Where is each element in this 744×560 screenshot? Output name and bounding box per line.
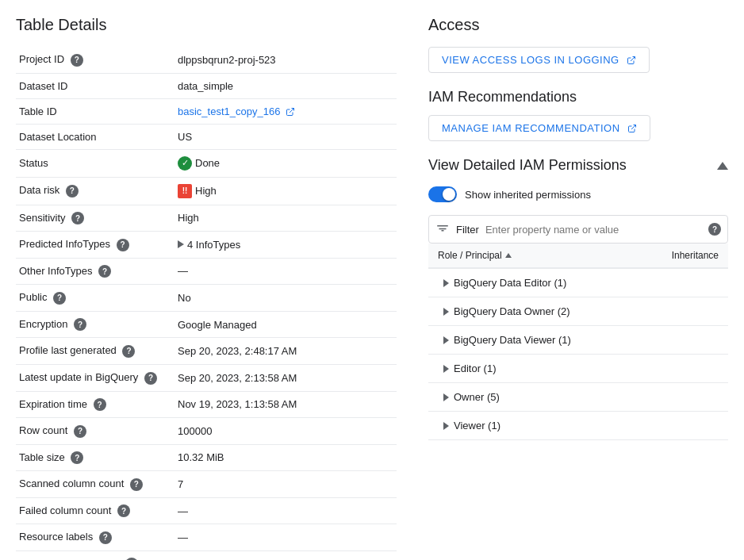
filter-help-icon: ? <box>705 223 721 236</box>
role-expand-icon <box>438 365 454 373</box>
role-list: BigQuery Data Editor (1) BigQuery Data O… <box>428 269 728 440</box>
expand-triangle-icon <box>178 240 184 248</box>
row-label: Other InfoTypes ? <box>16 258 174 285</box>
row-value: ✓ Done <box>174 149 397 177</box>
role-label: BigQuery Data Editor (1) <box>454 277 719 289</box>
col-inheritance: Inheritance <box>633 250 728 261</box>
row-value: — <box>174 497 397 524</box>
svg-line-0 <box>290 109 294 113</box>
help-icon[interactable]: ? <box>94 398 106 411</box>
chevron-up-icon <box>717 162 728 170</box>
row-label: Sensitivity ? <box>16 205 174 232</box>
filter-label: Filter <box>456 224 479 236</box>
risk-icon: !! <box>178 184 192 198</box>
external-link-icon <box>286 107 295 117</box>
table-row: Other InfoTypes ?— <box>16 258 397 285</box>
table-row: Encryption ?Google Managed <box>16 311 397 338</box>
filter-input[interactable] <box>485 224 699 236</box>
row-value[interactable]: basic_test1_copy_166 <box>174 98 397 124</box>
triangle-right-icon <box>443 336 449 344</box>
row-label: Row count ? <box>16 418 174 445</box>
table-row: Sensitivity ?High <box>16 205 397 232</box>
manage-iam-button[interactable]: MANAGE IAM RECOMMENDATION <box>428 115 650 141</box>
row-value: Sep 20, 2023, 2:13:58 AM <box>174 364 397 391</box>
row-value: 10.32 MiB <box>174 444 397 471</box>
filter-bar: Filter ? <box>428 215 728 244</box>
row-value: 7 <box>174 471 397 498</box>
table-row: Data risk ?!! High <box>16 177 397 205</box>
role-expand-icon <box>438 308 454 316</box>
role-expand-icon <box>438 336 454 344</box>
table-row: Dataset IDdata_simple <box>16 73 397 98</box>
svg-line-3 <box>631 56 635 61</box>
view-detailed-header[interactable]: View Detailed IAM Permissions <box>428 157 728 174</box>
row-label: Dataplex tag template ? <box>16 550 174 560</box>
help-icon[interactable]: ? <box>71 212 84 224</box>
row-value: US <box>174 124 397 149</box>
help-icon[interactable]: ? <box>71 451 83 464</box>
table-row: Project ID ?dlppsbqrun2-proj-523 <box>16 47 397 73</box>
table-row: Table IDbasic_test1_copy_166 <box>16 98 397 124</box>
detail-table: Project ID ?dlppsbqrun2-proj-523Dataset … <box>16 47 397 560</box>
row-link[interactable]: basic_test1_copy_166 <box>178 105 295 117</box>
help-icon[interactable]: ? <box>74 318 86 331</box>
table-row: Table size ?10.32 MiB <box>16 444 397 471</box>
col-principal[interactable]: Role / Principal <box>428 250 633 261</box>
role-row[interactable]: BigQuery Data Viewer (1) <box>428 326 728 355</box>
role-label: Viewer (1) <box>454 420 719 432</box>
table-row: Predicted InfoTypes ? 4 InfoTypes <box>16 232 397 259</box>
help-icon[interactable]: ? <box>98 265 111 278</box>
help-icon[interactable]: ? <box>117 239 129 251</box>
row-label: Expiration time ? <box>16 391 174 418</box>
role-label: Owner (5) <box>454 391 719 403</box>
triangle-right-icon <box>443 365 449 373</box>
show-inherited-toggle[interactable] <box>428 186 457 202</box>
toggle-label: Show inherited permissions <box>465 189 591 201</box>
row-label: Predicted InfoTypes ? <box>16 232 174 259</box>
svg-line-4 <box>631 125 636 129</box>
row-label: Resource labels ? <box>16 524 174 551</box>
help-icon[interactable]: ? <box>66 185 79 198</box>
help-icon[interactable]: ? <box>74 425 86 438</box>
row-label: Encryption ? <box>16 311 174 338</box>
help-icon[interactable]: ? <box>99 531 112 544</box>
help-icon[interactable]: ? <box>53 292 66 305</box>
row-label: Project ID ? <box>16 47 174 73</box>
role-expand-icon <box>438 279 454 287</box>
sort-arrow-icon <box>505 253 512 258</box>
row-value: 100000 <box>174 418 397 445</box>
row-value[interactable]: Sensitive data profile <box>174 550 397 560</box>
role-row[interactable]: Editor (1) <box>428 355 728 383</box>
row-value: Google Managed <box>174 311 397 338</box>
help-icon[interactable]: ? <box>122 345 135 358</box>
role-row[interactable]: BigQuery Data Owner (2) <box>428 297 728 326</box>
triangle-right-icon <box>443 393 449 401</box>
row-label: Dataset Location <box>16 124 174 149</box>
external-link-icon <box>627 56 636 65</box>
role-row[interactable]: BigQuery Data Editor (1) <box>428 269 728 297</box>
help-icon[interactable]: ? <box>144 372 157 385</box>
help-icon[interactable]: ? <box>117 504 130 517</box>
role-row[interactable]: Owner (5) <box>428 383 728 412</box>
done-icon: ✓ <box>178 156 192 171</box>
expand-button[interactable]: 4 InfoTypes <box>178 239 240 251</box>
row-label: Data risk ? <box>16 177 174 205</box>
row-label: Public ? <box>16 285 174 312</box>
triangle-right-icon <box>443 308 449 316</box>
table-row: Dataplex tag template ?Sensitive data pr… <box>16 550 397 560</box>
status-done: ✓ Done <box>178 156 220 171</box>
filter-icon <box>435 221 450 238</box>
triangle-right-icon <box>443 422 449 430</box>
view-access-logs-button[interactable]: VIEW ACCESS LOGS IN LOGGING <box>428 47 650 73</box>
role-row[interactable]: Viewer (1) <box>428 412 728 440</box>
help-icon[interactable]: ? <box>71 54 83 67</box>
row-value: No <box>174 285 397 312</box>
role-expand-icon <box>438 422 454 430</box>
row-value: High <box>174 205 397 232</box>
row-label: Table ID <box>16 98 174 124</box>
row-label: Profile last generated ? <box>16 338 174 365</box>
table-details-panel: Table Details Project ID ?dlppsbqrun2-pr… <box>16 16 397 560</box>
table-details-title: Table Details <box>16 16 397 34</box>
table-row: Expiration time ?Nov 19, 2023, 1:13:58 A… <box>16 391 397 418</box>
help-icon[interactable]: ? <box>130 478 143 491</box>
